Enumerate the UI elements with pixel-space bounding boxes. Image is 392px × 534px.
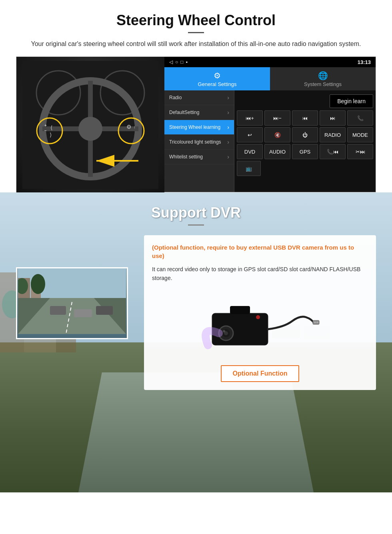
page-title: Steering Wheel Control [16,12,376,29]
tab-general-settings[interactable]: ⚙ General Settings [164,67,270,90]
begin-learn-button[interactable]: Begin learn [330,94,373,108]
svg-rect-31 [50,306,66,315]
chevron-icon: › [227,124,229,130]
dvr-divider [188,224,204,226]
vol-up-button[interactable]: ⏮+ [237,110,263,126]
chevron-icon: › [227,109,229,116]
menu-item-default-setting[interactable]: DefaultSetting › [164,105,234,120]
support-dvr-section: Support DVR [0,192,392,492]
controls-row-4: 📺 [237,161,373,176]
optional-button-container: Optional Function [152,361,368,382]
controls-grid: ⏮+ ⏭− ⏮ ⏭ 📞 ↩ 🔇 ⏻ RADIO MODE [237,110,373,176]
svg-rect-39 [230,306,250,314]
android-panel: ◁ ○ □ ▪ 13:13 ⚙ General Settings 🌐 Syste… [164,57,376,192]
recent-icon: □ [180,59,183,65]
steering-wheel-section: Steering Wheel Control Your original car… [0,0,392,192]
svg-rect-33 [96,306,113,315]
title-divider [188,32,204,33]
dvr-lower-content: (Optional function, require to buy exter… [16,235,376,390]
svg-point-6 [78,117,102,141]
settings-menu-list: Radio › DefaultSetting › Steering Wheel … [164,90,234,192]
mute-button[interactable]: 🔇 [264,127,290,142]
audio-button[interactable]: AUDIO [264,144,290,159]
dvr-camera-svg [200,293,320,357]
menu-item-radio[interactable]: Radio › [164,90,234,105]
power-button[interactable]: ⏻ [292,127,318,142]
gear-icon: ⚙ [214,71,221,80]
svg-text:−: − [44,128,47,133]
gps-button[interactable]: GPS [292,144,318,159]
statusbar-time: 13:13 [358,59,371,65]
tab-system-settings[interactable]: 🌐 System Settings [270,67,376,90]
optional-function-button[interactable]: Optional Function [221,365,300,382]
svg-text:⚙: ⚙ [126,124,132,130]
begin-learn-row: Begin learn [237,93,373,110]
call-button[interactable]: 📞 [347,110,373,126]
dvr-info-box: (Optional function, require to buy exter… [144,235,376,390]
dvr-thumbnail-container [16,235,136,390]
back-icon: ◁ [169,59,173,65]
screen-button[interactable]: 📺 [237,161,261,176]
steering-content-area: Begin learn ⏮+ ⏭− ⏮ ⏭ 📞 ↩ [234,90,376,192]
svg-text:↑: ↑ [134,125,136,130]
dvr-description: It can record video only to storage in G… [152,265,368,283]
radio-button[interactable]: RADIO [320,127,346,142]
tab-system-label: System Settings [304,81,342,87]
settings-menu-area: Radio › DefaultSetting › Steering Wheel … [164,90,376,192]
dvr-camera-area [152,289,368,361]
menu-item-tricoloured[interactable]: Tricoloured light settings › [164,135,234,150]
svg-rect-46 [316,322,318,323]
prev-button[interactable]: ⏮ [292,110,318,126]
statusbar-nav-icons: ◁ ○ □ ▪ [169,59,188,65]
subtitle-text: Your original car's steering wheel contr… [24,40,368,48]
dvr-title: Support DVR [16,204,376,221]
dvd-button[interactable]: DVD [237,144,263,159]
svg-rect-45 [314,322,316,323]
cut-next-button[interactable]: ✂⏭ [347,144,373,159]
menu-icon: ▪ [186,59,188,65]
vol-down-button[interactable]: ⏭− [264,110,290,126]
next-button[interactable]: ⏭ [320,110,346,126]
settings-tabs: ⚙ General Settings 🌐 System Settings [164,67,376,90]
dvr-optional-text: (Optional function, require to buy exter… [152,243,368,260]
svg-rect-32 [74,309,92,317]
steering-container: + − ⟨ ⟩ ⚙ ↑ ◁ ○ [16,56,376,192]
tab-general-label: General Settings [198,81,237,87]
svg-text:⟨: ⟨ [50,124,52,131]
controls-row-2: ↩ 🔇 ⏻ RADIO MODE [237,127,373,142]
steering-wheel-image: + − ⟨ ⟩ ⚙ ↑ [16,57,164,193]
home-icon: ○ [175,59,178,65]
svg-text:⟩: ⟩ [50,132,52,138]
svg-point-43 [256,315,260,319]
svg-point-37 [31,274,45,294]
chevron-icon: › [227,154,229,160]
mode-button[interactable]: MODE [347,127,373,142]
svg-text:+: + [44,123,47,128]
back-button[interactable]: ↩ [237,127,263,142]
controls-row-3: DVD AUDIO GPS 📞⏮ ✂⏭ [237,144,373,159]
dvr-content: Support DVR [0,192,392,402]
system-icon: 🌐 [318,71,328,80]
menu-item-whitelist[interactable]: Whitelist setting › [164,150,234,164]
chevron-icon: › [227,94,229,101]
android-statusbar: ◁ ○ □ ▪ 13:13 [164,57,376,67]
dvr-thumb-inner [17,268,127,338]
svg-point-47 [223,330,225,332]
call-prev-button[interactable]: 📞⏮ [320,144,346,159]
chevron-icon: › [227,139,229,145]
menu-item-steering-wheel[interactable]: Steering Wheel learning › [164,120,234,135]
controls-row-1: ⏮+ ⏭− ⏮ ⏭ 📞 [237,110,373,126]
dvr-thumbnail [16,267,128,339]
